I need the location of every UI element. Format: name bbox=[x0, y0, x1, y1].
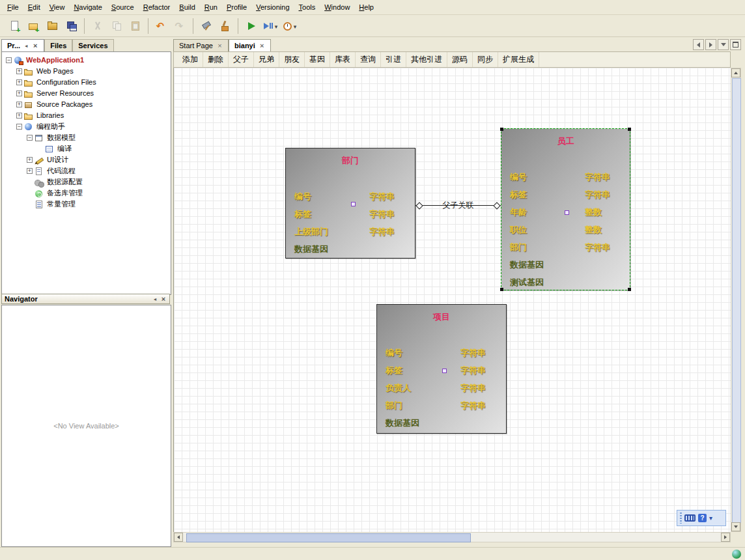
entity-box[interactable]: 员工编号字符串标签字符串年龄整数职位整数部门字符串数据基因测试基因 bbox=[501, 128, 630, 290]
tree-item[interactable]: 数据源配置 bbox=[2, 176, 171, 188]
scrollbar-thumb[interactable] bbox=[186, 533, 471, 542]
entity-box[interactable]: 部门编号字符串标签字符串上级部门字符串数据基因 bbox=[285, 148, 415, 259]
horizontal-scrollbar[interactable] bbox=[173, 532, 731, 542]
help-icon[interactable] bbox=[698, 514, 707, 522]
menu-window[interactable]: Window bbox=[320, 1, 354, 13]
tab-bianyi[interactable]: bianyi bbox=[229, 39, 271, 51]
entity-gene-row[interactable]: 数据基因 bbox=[286, 240, 415, 258]
new-project-button[interactable] bbox=[24, 16, 43, 35]
diagram-tool-button-2[interactable]: 父子 bbox=[229, 52, 254, 67]
diagram-tool-button-10[interactable]: 源码 bbox=[447, 52, 473, 67]
menu-file[interactable]: File bbox=[3, 1, 23, 13]
tree-item[interactable]: +代码流程 bbox=[2, 165, 171, 176]
scroll-right-icon[interactable] bbox=[721, 533, 730, 542]
resize-handle[interactable] bbox=[628, 128, 631, 131]
tree-item[interactable]: +Web Pages bbox=[2, 66, 171, 77]
resize-handle[interactable] bbox=[628, 288, 631, 291]
close-icon[interactable] bbox=[217, 43, 223, 49]
entity-field-row[interactable]: 上级部门字符串 bbox=[286, 223, 415, 240]
close-icon[interactable] bbox=[259, 43, 265, 49]
tree-item[interactable]: 常量管理 bbox=[2, 199, 171, 210]
diagram-tool-button-6[interactable]: 库表 bbox=[330, 52, 356, 67]
close-icon[interactable] bbox=[32, 42, 38, 49]
menu-refactor[interactable]: Refactor bbox=[139, 1, 175, 13]
profile-button[interactable] bbox=[279, 16, 298, 35]
dropdown-arrow-icon[interactable] bbox=[709, 514, 712, 522]
drag-handle-icon[interactable] bbox=[680, 512, 682, 524]
diagram-tool-button-5[interactable]: 基因 bbox=[305, 52, 330, 67]
tree-item[interactable]: 编译 bbox=[2, 143, 171, 154]
vertical-scrollbar[interactable] bbox=[731, 68, 741, 532]
menu-source[interactable]: Source bbox=[107, 1, 139, 13]
entity-field-row[interactable]: 标签字符串 bbox=[286, 205, 415, 223]
scroll-down-icon[interactable] bbox=[731, 522, 740, 531]
menu-profile[interactable]: Profile bbox=[222, 1, 251, 13]
diagram-tool-button-3[interactable]: 兄弟 bbox=[254, 52, 279, 67]
diagram-tool-button-7[interactable]: 查询 bbox=[356, 52, 381, 67]
entity-gene-row[interactable]: 数据基因 bbox=[377, 414, 506, 432]
tree-item[interactable]: +UI设计 bbox=[2, 154, 171, 165]
diagram-tool-button-8[interactable]: 引进 bbox=[381, 52, 406, 67]
menu-view[interactable]: View bbox=[45, 1, 70, 13]
connection-anchor-icon[interactable] bbox=[351, 202, 356, 206]
diagram-tool-button-11[interactable]: 同步 bbox=[473, 52, 498, 67]
diagram-tool-button-12[interactable]: 扩展生成 bbox=[498, 52, 539, 67]
entity-field-row[interactable]: 编号字符串 bbox=[286, 188, 415, 205]
entity-field-row[interactable]: 负责人字符串 bbox=[377, 379, 506, 397]
diagram-tool-button-9[interactable]: 其他引进 bbox=[406, 52, 447, 67]
debug-button[interactable] bbox=[260, 16, 279, 35]
build-button[interactable] bbox=[197, 16, 216, 35]
collapse-icon[interactable]: − bbox=[27, 135, 33, 141]
minimize-icon[interactable] bbox=[152, 296, 158, 302]
tree-item[interactable]: −WebApplication1 bbox=[2, 55, 171, 66]
tree-item[interactable]: 备选库管理 bbox=[2, 188, 171, 199]
tree-item[interactable]: −编程助手 bbox=[2, 121, 171, 132]
tab-start-page[interactable]: Start Page bbox=[173, 39, 229, 51]
diagram-tool-button-0[interactable]: 添加 bbox=[178, 52, 203, 67]
tree-item[interactable]: +Libraries bbox=[2, 110, 171, 121]
entity-gene-row[interactable]: 数据基因 bbox=[501, 256, 630, 273]
minimize-icon[interactable] bbox=[23, 42, 29, 49]
diagram-tool-button-4[interactable]: 朋友 bbox=[279, 52, 305, 67]
maximize-icon[interactable] bbox=[730, 39, 741, 50]
entity-gene-row[interactable]: 测试基因 bbox=[501, 273, 630, 291]
new-file-button[interactable] bbox=[5, 16, 24, 35]
entity-field-row[interactable]: 标签字符串 bbox=[501, 186, 630, 203]
entity-field-row[interactable]: 编号字符串 bbox=[501, 168, 630, 186]
save-all-button[interactable] bbox=[62, 16, 81, 35]
menu-versioning[interactable]: Versioning bbox=[251, 1, 294, 13]
entity-field-row[interactable]: 部门字符串 bbox=[501, 238, 630, 256]
tree-item[interactable]: +Source Packages bbox=[2, 99, 171, 110]
expand-icon[interactable]: + bbox=[27, 168, 33, 174]
menu-build[interactable]: Build bbox=[175, 1, 199, 13]
tab-projects[interactable]: Pr... bbox=[1, 39, 44, 51]
diagram-tool-button-1[interactable]: 删除 bbox=[203, 52, 229, 67]
close-icon[interactable] bbox=[160, 296, 167, 302]
tree-item[interactable]: +Server Resources bbox=[2, 88, 171, 99]
scroll-tabs-left-icon[interactable] bbox=[693, 39, 704, 50]
scroll-tabs-right-icon[interactable] bbox=[705, 39, 716, 50]
connection-anchor-icon[interactable] bbox=[565, 210, 569, 215]
scrollbar-thumb[interactable] bbox=[732, 78, 741, 523]
connection-anchor-icon[interactable] bbox=[442, 369, 447, 373]
resize-handle[interactable] bbox=[500, 128, 503, 131]
expand-icon[interactable]: + bbox=[16, 102, 22, 107]
scroll-left-icon[interactable] bbox=[174, 533, 183, 542]
entity-field-row[interactable]: 编号字符串 bbox=[377, 344, 506, 361]
tab-services[interactable]: Services bbox=[72, 39, 113, 51]
expand-icon[interactable]: + bbox=[16, 79, 22, 85]
run-button[interactable] bbox=[242, 16, 260, 35]
entity-field-row[interactable]: 部门字符串 bbox=[377, 397, 506, 414]
menu-tools[interactable]: Tools bbox=[294, 1, 320, 13]
expand-icon[interactable]: + bbox=[16, 113, 22, 119]
expand-icon[interactable]: + bbox=[16, 68, 22, 74]
diagram-canvas[interactable]: 父子关联部门编号字符串标签字符串上级部门字符串数据基因员工编号字符串标签字符串年… bbox=[173, 68, 731, 532]
tree-item[interactable]: +Configuration Files bbox=[2, 77, 171, 88]
dropdown-arrow-icon[interactable] bbox=[274, 22, 278, 30]
menu-edit[interactable]: Edit bbox=[23, 1, 45, 13]
dropdown-arrow-icon[interactable] bbox=[293, 22, 297, 30]
entity-field-row[interactable]: 职位整数 bbox=[501, 221, 630, 238]
entity-field-row[interactable]: 标签字符串 bbox=[377, 361, 506, 379]
tab-list-dropdown-icon[interactable] bbox=[718, 39, 729, 50]
collapse-icon[interactable]: − bbox=[6, 57, 12, 63]
